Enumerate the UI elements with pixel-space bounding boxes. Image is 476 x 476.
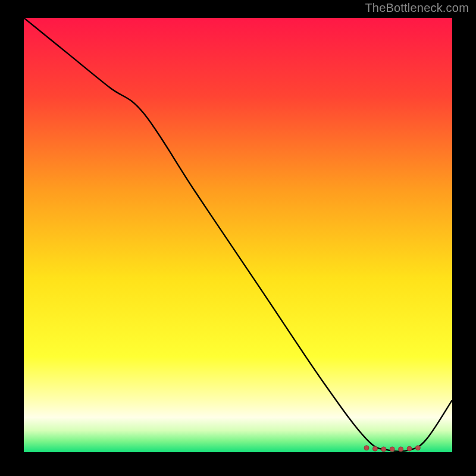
svg-rect-0 [24,18,452,452]
marker-point [399,447,403,452]
marker-point [415,446,420,450]
chart-container: TheBottleneck.com [0,0,476,476]
attribution-text: TheBottleneck.com [365,1,469,15]
marker-point [372,446,377,451]
marker-point [407,446,412,451]
chart-svg [24,18,452,452]
marker-point [381,447,386,452]
marker-point [364,446,369,450]
plot-area [24,18,452,452]
marker-point [390,447,394,452]
